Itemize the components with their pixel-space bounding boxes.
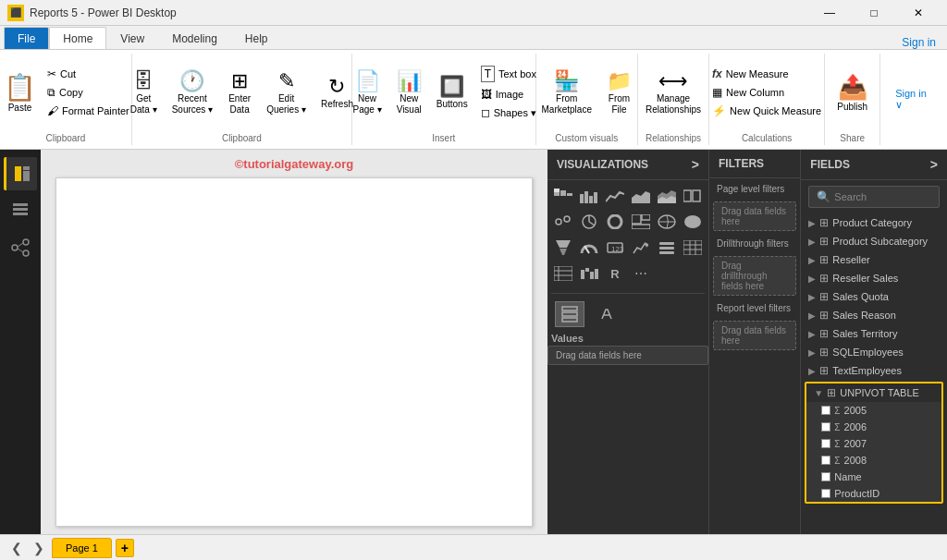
field-2007-checkbox[interactable] xyxy=(821,439,830,448)
field-textemployees[interactable]: ▶ ⊞ TextEmployees xyxy=(801,361,947,380)
tab-file[interactable]: File xyxy=(4,27,49,49)
get-data-button[interactable]: 🗄 GetData ▾ xyxy=(125,60,163,125)
viz-card[interactable]: 123 xyxy=(603,236,627,260)
tab-modeling[interactable]: Modeling xyxy=(158,27,231,49)
field-2008-checkbox[interactable] xyxy=(821,456,830,465)
viz-fields-icon[interactable] xyxy=(555,301,584,327)
viz-funnel[interactable] xyxy=(551,236,575,260)
viz-format-icon[interactable] xyxy=(592,301,621,327)
next-page-button[interactable]: ❯ xyxy=(30,541,48,555)
cut-button[interactable]: ✂Cut xyxy=(43,66,133,82)
paste-button[interactable]: 📋 Paste xyxy=(0,63,42,123)
viz-stacked-area[interactable] xyxy=(655,184,679,208)
svg-point-6 xyxy=(12,245,18,250)
field-2005-checkbox[interactable] xyxy=(821,406,830,415)
new-measure-button[interactable]: fxNew Measure xyxy=(708,66,825,82)
field-2007[interactable]: Σ 2007 xyxy=(806,435,941,452)
sign-in-button[interactable]: Sign in xyxy=(891,36,947,49)
sidebar-model-view[interactable] xyxy=(4,231,37,264)
field-productid-checkbox[interactable] xyxy=(821,489,830,498)
svg-rect-4 xyxy=(13,208,28,211)
viz-r-visual[interactable]: R xyxy=(603,262,627,286)
page-tab-1[interactable]: Page 1 xyxy=(52,538,112,558)
viz-pie[interactable] xyxy=(577,210,601,234)
viz-donut[interactable] xyxy=(603,210,627,234)
custom-visuals-buttons: 🏪 FromMarketplace 📁 FromFile xyxy=(536,54,637,131)
viz-line-chart[interactable] xyxy=(603,184,627,208)
field-product-subcategory[interactable]: ▶ ⊞ Product Subcategory xyxy=(801,232,947,250)
prev-page-button[interactable]: ❮ xyxy=(7,541,26,555)
viz-ribbon-chart[interactable] xyxy=(681,184,705,208)
viz-waterfall[interactable] xyxy=(577,262,601,286)
new-page-button[interactable]: 📄 NewPage ▾ xyxy=(348,60,387,125)
sidebar-report-view[interactable] xyxy=(4,157,37,190)
text-box-button[interactable]: TText box xyxy=(477,64,540,84)
svg-rect-5 xyxy=(13,213,28,215)
viz-stacked-bar[interactable] xyxy=(551,184,575,208)
close-button[interactable]: ✕ xyxy=(897,0,940,26)
shapes-button[interactable]: ◻Shapes ▾ xyxy=(477,104,540,121)
new-quick-measure-button[interactable]: ⚡New Quick Measure xyxy=(708,103,825,119)
format-painter-button[interactable]: 🖌Format Painter xyxy=(43,103,133,119)
from-marketplace-button[interactable]: 🏪 FromMarketplace xyxy=(536,60,597,125)
field-reseller[interactable]: ▶ ⊞ Reseller xyxy=(801,250,947,269)
field-name-checkbox[interactable] xyxy=(821,472,830,481)
field-sqlemployees[interactable]: ▶ ⊞ SQLEmployees xyxy=(801,343,947,361)
enter-data-button[interactable]: ⊞ EnterData xyxy=(222,60,257,125)
recent-sources-button[interactable]: 🕐 RecentSources ▾ xyxy=(166,60,218,125)
field-sales-quota[interactable]: ▶ ⊞ Sales Quota xyxy=(801,287,947,306)
minimize-button[interactable]: — xyxy=(808,0,851,26)
viz-scatter[interactable] xyxy=(551,210,575,234)
viz-area-chart[interactable] xyxy=(629,184,653,208)
field-2006-checkbox[interactable] xyxy=(821,422,830,432)
tab-help[interactable]: Help xyxy=(231,27,282,49)
search-icon: 🔍 xyxy=(817,190,830,203)
sidebar-data-view[interactable] xyxy=(4,194,37,227)
values-drop-zone[interactable]: Drag data fields here xyxy=(547,346,708,365)
viz-table[interactable] xyxy=(681,236,705,260)
tab-view[interactable]: View xyxy=(106,27,158,49)
field-sales-reason[interactable]: ▶ ⊞ Sales Reason xyxy=(801,306,947,324)
from-file-button[interactable]: 📁 FromFile xyxy=(601,60,637,125)
buttons-button[interactable]: 🔲 Buttons xyxy=(431,60,474,125)
tab-home[interactable]: Home xyxy=(49,27,106,49)
field-2005[interactable]: Σ 2005 xyxy=(806,402,941,419)
svg-rect-31 xyxy=(632,214,641,224)
viz-kpi[interactable] xyxy=(629,236,653,260)
fields-search-box[interactable]: 🔍 Search xyxy=(808,186,940,208)
unpivot-table-header[interactable]: ▼ ⊞ UNPIVOT TABLE xyxy=(806,383,941,402)
viz-map[interactable] xyxy=(655,210,679,234)
viz-slicer[interactable] xyxy=(655,236,679,260)
field-product-category[interactable]: ▶ ⊞ Product Category xyxy=(801,213,947,232)
viz-matrix[interactable] xyxy=(551,262,575,286)
main-area: ©tutorialgateway.org VISUALIZATIONS > xyxy=(0,150,947,534)
drillthrough-filters-drop-zone[interactable]: Drag drillthrough fields here xyxy=(713,256,796,296)
field-sales-territory[interactable]: ▶ ⊞ Sales Territory xyxy=(801,324,947,343)
new-visual-button[interactable]: 📊 NewVisual xyxy=(391,60,427,125)
field-productid[interactable]: ProductID xyxy=(806,485,941,502)
viz-more[interactable]: ⋯ xyxy=(629,262,653,286)
field-2008[interactable]: Σ 2008 xyxy=(806,452,941,469)
new-column-button[interactable]: ▦New Column xyxy=(708,84,825,101)
edit-queries-button[interactable]: ✎ EditQueries ▾ xyxy=(261,60,312,125)
page-filters-drop-zone[interactable]: Drag data fields here xyxy=(713,201,796,231)
insert-small-buttons: TText box 🖼Image ◻Shapes ▾ xyxy=(477,64,540,121)
viz-treemap[interactable] xyxy=(629,210,653,234)
report-canvas[interactable] xyxy=(55,177,533,527)
viz-clustered-bar[interactable] xyxy=(577,184,601,208)
field-name[interactable]: Name xyxy=(806,469,941,485)
report-filters-drop-zone[interactable]: Drag data fields here xyxy=(713,321,796,350)
publish-button[interactable]: 📤 Publish xyxy=(830,60,875,125)
viz-gauge[interactable] xyxy=(577,236,601,260)
viz-filled-map[interactable] xyxy=(681,210,705,234)
sign-in-link[interactable]: Sign in ∨ xyxy=(895,88,932,111)
maximize-button[interactable]: □ xyxy=(853,0,895,26)
image-button[interactable]: 🖼Image xyxy=(477,86,540,103)
copy-button[interactable]: ⧉Copy xyxy=(43,84,133,101)
field-reseller-sales[interactable]: ▶ ⊞ Reseller Sales xyxy=(801,269,947,287)
visualizations-expand[interactable]: > xyxy=(692,157,699,172)
manage-relationships-button[interactable]: ⟷ ManageRelationships xyxy=(640,60,707,125)
fields-expand[interactable]: > xyxy=(930,157,938,172)
field-2006[interactable]: Σ 2006 xyxy=(806,419,941,435)
add-page-button[interactable]: + xyxy=(116,539,134,557)
